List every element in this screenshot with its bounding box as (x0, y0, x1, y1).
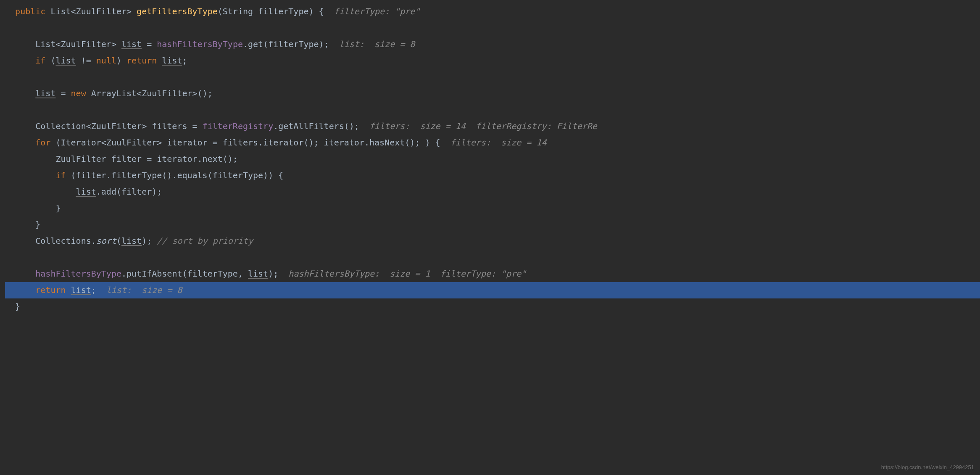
code-text: ArrayList<ZuulFilter>(); (86, 85, 213, 102)
code-text: (Iterator<ZuulFilter> iterator = filters… (50, 135, 440, 151)
keyword-return: return (126, 53, 157, 69)
code-text (15, 85, 35, 102)
method-name: getFiltersByType (137, 3, 218, 20)
variable: list (71, 282, 91, 298)
keyword-return: return (35, 282, 66, 298)
code-line[interactable]: ZuulFilter filter = iterator.next(); (5, 151, 980, 167)
code-text: } (35, 216, 40, 233)
code-text: .putIfAbsent(filterType, (121, 266, 248, 282)
inline-hint: list: size = 8 (96, 282, 182, 298)
static-method: sort (96, 233, 116, 249)
code-line-empty[interactable] (5, 20, 980, 36)
code-line[interactable]: for (Iterator<ZuulFilter> iterator = fil… (5, 135, 980, 151)
code-line-empty[interactable] (5, 249, 980, 266)
code-text: ( (116, 233, 121, 249)
code-text (15, 282, 35, 298)
code-line[interactable]: if (filter.filterType().equals(filterTyp… (5, 167, 980, 184)
inline-hint: filters: size = 14 filterRegistry: Filte… (359, 118, 597, 135)
code-text (15, 167, 55, 184)
code-text: (String filterType) { (218, 3, 324, 20)
code-text: Collections. (35, 233, 96, 249)
code-line[interactable]: List<ZuulFilter> list = hashFiltersByTyp… (5, 36, 980, 53)
code-line[interactable]: list.add(filter); (5, 184, 980, 200)
code-text: .add(filter); (96, 184, 162, 200)
code-text: != (76, 53, 96, 69)
variable: list (162, 53, 182, 69)
code-text (66, 282, 71, 298)
inline-hint: filters: size = 14 (440, 135, 547, 151)
inline-hint: filterType: "pre" (324, 3, 420, 20)
code-text: .getAllFilters(); (273, 118, 359, 135)
variable: list (76, 184, 96, 200)
code-text: ); (268, 266, 278, 282)
code-text: List<ZuulFilter> (35, 36, 121, 53)
code-text (15, 184, 76, 200)
code-text: List<ZuulFilter> (45, 3, 137, 20)
code-line[interactable]: } (5, 200, 980, 216)
keyword-null: null (96, 53, 116, 69)
keyword-if: if (55, 167, 66, 184)
code-text (15, 135, 35, 151)
code-line[interactable]: list = new ArrayList<ZuulFilter>(); (5, 85, 980, 102)
field-ref: hashFiltersByType (157, 36, 243, 53)
field-ref: filterRegistry (203, 118, 274, 135)
keyword-public: public (15, 3, 45, 20)
code-line-empty[interactable] (5, 102, 980, 118)
code-line[interactable]: Collections.sort(list); // sort by prior… (5, 233, 980, 249)
code-text: Collection<ZuulFilter> filters = (35, 118, 202, 135)
code-line[interactable]: } (5, 216, 980, 233)
code-text (15, 118, 35, 135)
variable: list (121, 233, 142, 249)
code-text (15, 233, 35, 249)
code-text: ) (116, 53, 126, 69)
code-line[interactable]: } (5, 298, 980, 315)
code-text (157, 53, 162, 69)
code-text (15, 151, 55, 167)
code-text (15, 53, 35, 69)
code-line-highlighted[interactable]: return list; list: size = 8 (5, 282, 980, 298)
code-text: ( (45, 53, 55, 69)
code-line[interactable]: public List<ZuulFilter> getFiltersByType… (5, 3, 980, 20)
code-text (15, 36, 35, 53)
field-ref: hashFiltersByType (35, 266, 121, 282)
code-editor[interactable]: public List<ZuulFilter> getFiltersByType… (0, 0, 980, 315)
code-text (15, 266, 35, 282)
variable: list (248, 266, 268, 282)
keyword-if: if (35, 53, 45, 69)
code-text: ); (142, 233, 157, 249)
code-line[interactable]: Collection<ZuulFilter> filters = filterR… (5, 118, 980, 135)
code-text: = (55, 85, 71, 102)
code-text: (filter.filterType().equals(filterType))… (66, 167, 284, 184)
keyword-new: new (71, 85, 86, 102)
inline-hint: hashFiltersByType: size = 1 filterType: … (278, 266, 526, 282)
variable: list (121, 36, 142, 53)
code-text: ; (91, 282, 96, 298)
code-line[interactable]: if (list != null) return list; (5, 53, 980, 69)
code-text (15, 200, 55, 216)
code-line-empty[interactable] (5, 69, 980, 85)
variable: list (35, 85, 55, 102)
watermark-text: https://blog.csdn.net/weixin_42994251 (881, 462, 974, 472)
code-text (15, 216, 35, 233)
inline-hint: list: size = 8 (329, 36, 415, 53)
comment: // sort by priority (157, 233, 253, 249)
code-text: ; (182, 53, 187, 69)
keyword-for: for (35, 135, 50, 151)
code-line[interactable]: hashFiltersByType.putIfAbsent(filterType… (5, 266, 980, 282)
variable: list (55, 53, 76, 69)
code-text: .get(filterType); (243, 36, 329, 53)
code-text: } (15, 298, 20, 315)
code-text: } (55, 200, 61, 216)
code-text: ZuulFilter filter = iterator.next(); (55, 151, 237, 167)
code-text: = (142, 36, 157, 53)
